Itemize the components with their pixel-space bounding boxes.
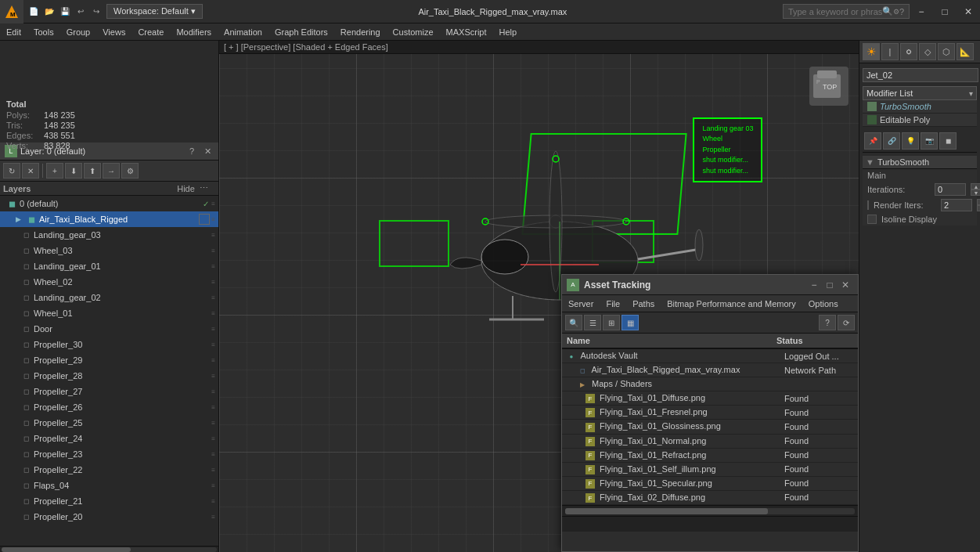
spinner-up[interactable]: ▲: [971, 183, 980, 189]
at-menu-paths[interactable]: Paths: [626, 298, 661, 310]
maximize-button[interactable]: □: [933, 0, 957, 23]
at-menu-options[interactable]: Options: [802, 298, 845, 310]
at-btn-list[interactable]: ☰: [584, 315, 601, 330]
menu-graph-editors[interactable]: Graph Editors: [268, 26, 334, 38]
menu-maxscript[interactable]: MAXScript: [440, 26, 493, 38]
scrollbar-thumb[interactable]: [2, 547, 131, 552]
layers-close-button[interactable]: ✕: [201, 146, 214, 157]
layer-item[interactable]: ◻ Propeller_23 ≡: [0, 446, 218, 462]
layer-item[interactable]: ◻ Propeller_24 ≡: [0, 431, 218, 446]
layers-help-button[interactable]: ?: [186, 146, 198, 156]
asset-tracking-close[interactable]: ✕: [838, 277, 853, 293]
asset-row[interactable]: F Flying_Taxi_01_Glossiness.png Found: [562, 420, 858, 434]
asset-row[interactable]: ▶ Maps / Shaders: [562, 377, 858, 391]
menu-create[interactable]: Create: [132, 26, 170, 38]
open-icon[interactable]: 📂: [42, 5, 56, 19]
layer-item[interactable]: ◻ Propeller_29 ≡: [0, 352, 218, 368]
modifier-item-turbosmooth[interactable]: TurboSmooth: [863, 100, 977, 114]
at-menu-file[interactable]: File: [600, 298, 626, 310]
layer-move-right-button[interactable]: →: [103, 163, 120, 179]
layer-item[interactable]: ◻ Landing_gear_02 ≡: [0, 290, 218, 305]
rt-select-icon[interactable]: ☀: [863, 43, 880, 60]
redo-icon[interactable]: ↪: [89, 5, 103, 19]
layer-item[interactable]: ◻ Wheel_02 ≡: [0, 274, 218, 290]
layer-item[interactable]: ◻ Landing_gear_01 ≡: [0, 258, 218, 274]
minimize-button[interactable]: −: [910, 0, 933, 23]
workspace-selector[interactable]: Workspace: Default ▾: [106, 4, 203, 19]
mod-shape-icon[interactable]: ◼: [939, 132, 957, 150]
mod-camera-icon[interactable]: 📷: [921, 132, 938, 150]
layer-item[interactable]: ◻ Propeller_25 ≡: [0, 415, 218, 431]
object-name-input[interactable]: [863, 68, 978, 82]
asset-row[interactable]: F Flying_Taxi_02_Diffuse.png Found: [562, 491, 858, 505]
rt-tool1-icon[interactable]: |: [881, 43, 899, 60]
rt-tool4-icon[interactable]: ⬡: [938, 43, 955, 60]
undo-icon[interactable]: ↩: [74, 5, 88, 19]
layer-refresh-button[interactable]: ↻: [3, 163, 20, 179]
asset-tracking-maximize[interactable]: □: [822, 277, 838, 293]
asset-search-row[interactable]: [562, 516, 858, 532]
at-btn-detail[interactable]: ▦: [622, 315, 639, 330]
close-button[interactable]: ✕: [957, 0, 980, 23]
iterations-input[interactable]: [935, 183, 966, 196]
mod-pin-icon[interactable]: 📌: [864, 132, 881, 150]
spinner-down[interactable]: ▼: [971, 189, 980, 196]
menu-customize[interactable]: Customize: [387, 26, 440, 38]
layer-box[interactable]: [199, 214, 210, 225]
save-icon[interactable]: 💾: [58, 5, 72, 19]
asset-horizontal-scrollbar[interactable]: [562, 505, 858, 516]
rt-tool5-icon[interactable]: 📐: [957, 43, 974, 60]
modifier-list-header[interactable]: Modifier List ▾: [863, 86, 977, 100]
layer-delete-button[interactable]: ✕: [22, 163, 39, 179]
new-icon[interactable]: 📄: [27, 5, 41, 19]
search-box[interactable]: 🔍 ⚙ ?: [783, 4, 910, 19]
asset-row[interactable]: F Flying_Taxi_01_Diffuse.png Found: [562, 391, 858, 406]
layer-item[interactable]: ◻ Propeller_21 ≡: [0, 493, 218, 509]
layer-move-up-button[interactable]: ⬆: [84, 163, 101, 179]
menu-edit[interactable]: Edit: [0, 26, 27, 38]
render-iters-input[interactable]: [941, 199, 972, 211]
at-btn-help[interactable]: ?: [819, 315, 836, 330]
layers-horizontal-scrollbar[interactable]: [0, 546, 218, 552]
isoline-checkbox[interactable]: [867, 215, 877, 224]
viewport[interactable]: [ + ] [Perspective] [Shaded + Edged Face…: [219, 41, 859, 552]
layer-settings-button[interactable]: ⚙: [121, 163, 139, 179]
layer-item[interactable]: ◼ 0 (default) ✓ ≡: [0, 196, 218, 211]
asset-row[interactable]: F Flying_Taxi_01_Fresnel.png Found: [562, 406, 858, 420]
layer-item[interactable]: ◻ Propeller_22 ≡: [0, 462, 218, 478]
asset-row[interactable]: F Flying_Taxi_01_Normal.png Found: [562, 435, 858, 449]
layer-item[interactable]: ◻ Propeller_26 ≡: [0, 399, 218, 415]
at-menu-server[interactable]: Server: [562, 298, 600, 310]
layer-item[interactable]: ◻ Wheel_01 ≡: [0, 305, 218, 321]
mod-light-icon[interactable]: 💡: [902, 132, 919, 150]
search-input[interactable]: [788, 7, 882, 16]
at-btn-refresh[interactable]: ⟳: [838, 315, 855, 330]
spinner-down[interactable]: ▼: [977, 205, 980, 211]
help-icon[interactable]: ?: [899, 7, 904, 16]
modifier-check[interactable]: [867, 102, 877, 111]
modifier-check[interactable]: [867, 115, 877, 124]
asset-row[interactable]: F Flying_Taxi_01_Self_illum.png Found: [562, 463, 858, 477]
layer-item[interactable]: ◻ Flaps_04 ≡: [0, 478, 218, 493]
layer-item[interactable]: ◻ Propeller_28 ≡: [0, 368, 218, 384]
asset-tracking-minimize[interactable]: −: [806, 277, 822, 293]
rt-tool3-icon[interactable]: ◇: [919, 43, 936, 60]
layer-item[interactable]: ◻ Propeller_27 ≡: [0, 384, 218, 399]
mod-link-icon[interactable]: 🔗: [883, 132, 900, 150]
layer-item[interactable]: ◻ Landing_gear_03 ≡: [0, 227, 218, 243]
menu-tools[interactable]: Tools: [27, 26, 60, 38]
modifier-item-editable-poly[interactable]: Editable Poly: [863, 114, 977, 127]
layer-item[interactable]: ▶ ◼ Air_Taxi_Black_Rigged ≡: [0, 211, 218, 227]
render-iters-checkbox[interactable]: [867, 200, 869, 210]
spinner-up[interactable]: ▲: [977, 199, 980, 205]
search-options-icon[interactable]: ⚙: [893, 8, 899, 16]
at-menu-bitmap-perf[interactable]: Bitmap Performance and Memory: [661, 298, 802, 310]
search-icon[interactable]: 🔍: [882, 6, 893, 16]
at-btn-search[interactable]: 🔍: [565, 315, 582, 330]
menu-group[interactable]: Group: [60, 26, 97, 38]
rt-tool2-icon[interactable]: ⭘: [900, 43, 917, 60]
menu-modifiers[interactable]: Modifiers: [170, 26, 218, 38]
layer-item[interactable]: ◻ Wheel_03 ≡: [0, 243, 218, 258]
asset-row[interactable]: F Flying_Taxi_01_Specular.png Found: [562, 477, 858, 491]
layer-item[interactable]: ◻ Door ≡: [0, 321, 218, 337]
